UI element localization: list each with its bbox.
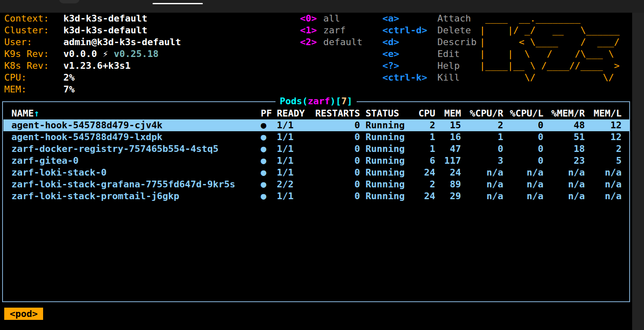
cell-status: Running (360, 190, 418, 202)
info-label: K8s Rev: (4, 60, 63, 72)
info-value: v1.23.6+k3s1 (63, 60, 131, 71)
namespace-hotkey[interactable]: <1>zarf (300, 24, 363, 36)
cell-ready: 2/2 (277, 179, 306, 190)
info-label: Context: (4, 13, 63, 24)
cell-name: zarf-loki-stack-0 (11, 167, 261, 179)
cell-memr: 18 (543, 143, 585, 155)
cell-restarts: 0 (306, 131, 360, 143)
action-hotkey[interactable]: <?>Help (382, 60, 477, 72)
cell-pf: ● (261, 143, 277, 155)
cluster-header: Context:k3d-k3s-defaultCluster:k3d-k3s-d… (0, 13, 634, 97)
cell-name: agent-hook-545788d479-lxdpk (11, 131, 261, 143)
cell-cpur: n/a (461, 167, 503, 179)
info-label: User: (4, 36, 63, 48)
tab-shape (59, 0, 79, 3)
cell-mem: 47 (435, 143, 461, 155)
cell-pf: ● (261, 131, 277, 143)
table-row[interactable]: zarf-loki-stack-grafana-7755fd647d-9kr5s… (3, 179, 630, 190)
cell-status: Running (360, 131, 418, 143)
hotkey-key: <2> (300, 36, 323, 48)
table-row[interactable]: zarf-gitea-0●1/10Running611730235 (3, 155, 630, 167)
action-hotkey[interactable]: <ctrl-k>Kill (382, 72, 477, 84)
table-row[interactable]: zarf-loki-stack-0●1/10Running2424n/an/an… (3, 167, 630, 179)
action-hotkeys: <a>Attach<ctrl-d>Delete<d>Describ<e>Edit… (382, 13, 477, 84)
cell-cpu: 24 (418, 190, 435, 202)
info-label: CPU: (4, 72, 63, 84)
cell-cpul: n/a (503, 179, 543, 190)
hotkey-key: <1> (300, 24, 323, 36)
column-header-memr[interactable]: %MEM/R (543, 108, 585, 119)
cell-memr: n/a (543, 179, 585, 190)
column-header-meml[interactable]: MEM/L (585, 108, 622, 119)
info-value: 2% (63, 72, 75, 83)
namespace-hotkey[interactable]: <0>all (300, 13, 363, 24)
table-row[interactable]: agent-hook-545788d479-cjv4k●1/10Running2… (3, 119, 630, 131)
cell-status: Running (360, 143, 418, 155)
column-header-pf[interactable]: PF (261, 108, 277, 119)
cell-cpu: 1 (418, 131, 435, 143)
namespace-hotkey[interactable]: <2>default (300, 36, 363, 48)
window-title-bar (0, 0, 644, 13)
cell-cpul: n/a (503, 190, 543, 202)
column-header-cpur[interactable]: %CPU/R (461, 108, 503, 119)
cell-restarts: 0 (306, 143, 360, 155)
column-header-cpu[interactable]: CPU (418, 108, 435, 119)
table-header-row: NAME↑PFREADYRESTARTSSTATUSCPUMEM%CPU/R%C… (3, 108, 630, 119)
cell-pf: ● (261, 167, 277, 179)
cell-meml: n/a (585, 167, 622, 179)
hotkey-label: Help (437, 60, 460, 71)
info-value: 7% (63, 84, 75, 95)
cluster-info-line: MEM:7% (4, 84, 181, 95)
cell-cpur: 1 (461, 131, 503, 143)
action-hotkey[interactable]: <ctrl-d>Delete (382, 24, 477, 36)
cluster-info: Context:k3d-k3s-defaultCluster:k3d-k3s-d… (4, 13, 181, 95)
cluster-info-line: K9s Rev:v0.0.0 ⚡ v0.25.18 (4, 48, 181, 60)
cell-ready: 1/1 (277, 155, 306, 167)
table-row[interactable]: zarf-docker-registry-757465b554-4stq5●1/… (3, 143, 630, 155)
info-label: K9s Rev: (4, 48, 63, 60)
action-hotkey[interactable]: <d>Describ (382, 36, 477, 48)
column-header-status[interactable]: STATUS (360, 108, 418, 119)
cell-cpu: 2 (418, 179, 435, 190)
cell-ready: 1/1 (277, 131, 306, 143)
column-header-ready[interactable]: READY (277, 108, 306, 119)
cell-meml: 12 (585, 131, 622, 143)
namespace-hotkeys: <0>all<1>zarf<2>default (300, 13, 363, 48)
cluster-info-line: K8s Rev:v1.23.6+k3s1 (4, 60, 181, 72)
cluster-info-line: Cluster:k3d-k3s-default (4, 24, 181, 36)
cell-pf: ● (261, 155, 277, 167)
table-row[interactable]: agent-hook-545788d479-lxdpk●1/10Running1… (3, 131, 630, 143)
column-header-cpul[interactable]: %CPU/L (503, 108, 543, 119)
cluster-info-line: Context:k3d-k3s-default (4, 13, 181, 24)
hotkey-label: all (323, 13, 340, 24)
cell-name: agent-hook-545788d479-cjv4k (11, 119, 261, 131)
column-header-restarts[interactable]: RESTARTS (306, 108, 360, 119)
cell-cpul: 0 (503, 143, 543, 155)
table-row[interactable]: zarf-loki-stack-promtail-j6gkp●1/10Runni… (3, 190, 630, 202)
cell-restarts: 0 (306, 167, 360, 179)
cell-cpur: 0 (461, 143, 503, 155)
column-header-mem[interactable]: MEM (435, 108, 461, 119)
cell-status: Running (360, 167, 418, 179)
action-hotkey[interactable]: <a>Attach (382, 13, 477, 24)
cell-memr: n/a (543, 167, 585, 179)
info-value: v0.0.0 (63, 49, 97, 59)
cell-ready: 1/1 (277, 167, 306, 179)
cell-cpu: 24 (418, 167, 435, 179)
cell-cpul: 0 (503, 155, 543, 167)
cell-ready: 1/1 (277, 143, 306, 155)
cell-meml: 2 (585, 143, 622, 155)
action-hotkey[interactable]: <e>Edit (382, 48, 477, 60)
cell-memr: 23 (543, 155, 585, 167)
cell-cpul: 0 (503, 131, 543, 143)
column-header-name[interactable]: NAME↑ (11, 108, 261, 119)
cell-meml: n/a (585, 190, 622, 202)
resource-crumb-pod[interactable]: <pod> (4, 308, 43, 320)
cell-pf: ● (261, 119, 277, 131)
info-value: k3d-k3s-default (63, 13, 147, 24)
hotkey-label: Edit (437, 49, 460, 59)
cell-mem: 117 (435, 155, 461, 167)
namespace-title: zarf (308, 96, 330, 106)
cell-pf: ● (261, 179, 277, 190)
cell-memr: 51 (543, 131, 585, 143)
